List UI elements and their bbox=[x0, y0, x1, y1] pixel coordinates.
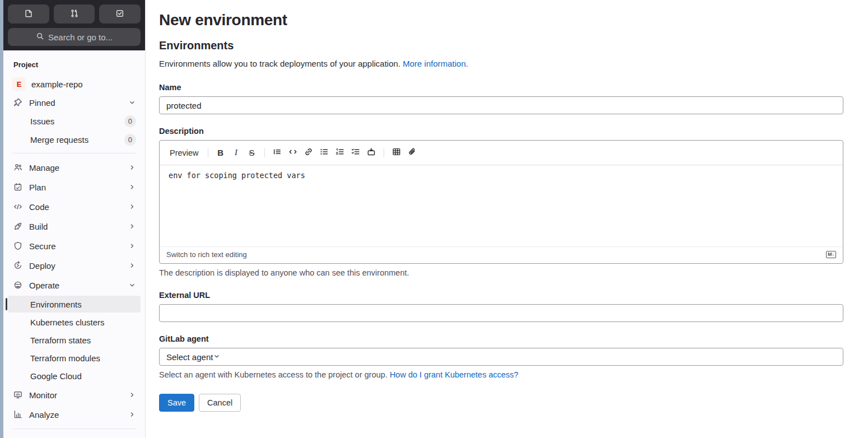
preview-button[interactable]: Preview bbox=[165, 146, 203, 160]
form-actions: Save Cancel bbox=[159, 394, 843, 412]
project-avatar: E bbox=[12, 77, 26, 91]
toolbar-divider bbox=[208, 148, 208, 157]
merge-requests-count-badge: 0 bbox=[124, 134, 136, 146]
sidebar-item-manage[interactable]: Manage bbox=[8, 158, 141, 177]
bold-button[interactable]: B bbox=[213, 146, 228, 160]
issues-icon bbox=[24, 9, 33, 20]
switch-rich-text-button[interactable]: Switch to rich text editing bbox=[166, 250, 247, 259]
sidebar-item-code[interactable]: Code bbox=[8, 197, 141, 216]
deploy-label: Deploy bbox=[29, 261, 128, 271]
calendar-icon bbox=[13, 183, 22, 192]
sidebar-item-operate[interactable]: Operate bbox=[8, 276, 141, 295]
code-label: Code bbox=[29, 202, 128, 212]
numbered-list-button[interactable] bbox=[333, 146, 347, 160]
description-textarea[interactable]: env for scoping protected vars bbox=[160, 165, 843, 246]
bullet-list-icon bbox=[320, 147, 329, 158]
sidebar-item-pinned[interactable]: Pinned bbox=[8, 94, 141, 111]
chevron-right-icon bbox=[128, 391, 136, 399]
task-list-button[interactable] bbox=[348, 146, 363, 160]
gitlab-agent-help-text: Select an agent with Kubernetes access t… bbox=[159, 370, 843, 379]
sidebar-item-project[interactable]: E example-repo bbox=[8, 75, 141, 93]
italic-button[interactable]: I bbox=[229, 146, 244, 160]
sidebar-item-plan[interactable]: Plan bbox=[8, 178, 141, 197]
sidebar-item-secure[interactable]: Secure bbox=[8, 236, 141, 255]
gitlab-agent-selected-value: Select agent bbox=[166, 352, 213, 362]
markdown-icon[interactable]: M↓ bbox=[826, 251, 836, 258]
chevron-down-icon bbox=[213, 352, 221, 362]
google-cloud-label: Google Cloud bbox=[30, 371, 136, 381]
more-information-link[interactable]: More information. bbox=[403, 59, 468, 68]
attach-file-button[interactable] bbox=[405, 146, 419, 160]
markdown-footer: Switch to rich text editing M↓ bbox=[160, 246, 843, 263]
sidebar-item-build[interactable]: Build bbox=[8, 217, 141, 236]
sidebar-item-environments[interactable]: Environments bbox=[8, 296, 141, 313]
issues-count-badge: 0 bbox=[124, 115, 136, 127]
sidebar-item-merge-requests[interactable]: Merge requests 0 bbox=[8, 131, 141, 148]
environments-label: Environments bbox=[30, 300, 136, 309]
shield-icon bbox=[13, 241, 22, 250]
sidebar-item-terraform-states[interactable]: Terraform states bbox=[8, 332, 141, 348]
chevron-right-icon bbox=[128, 242, 136, 250]
build-label: Build bbox=[29, 222, 128, 231]
chevron-down-icon bbox=[128, 99, 136, 106]
sidebar-item-monitor[interactable]: Monitor bbox=[8, 385, 141, 404]
project-name: example-repo bbox=[31, 80, 136, 89]
sidebar-header: Search or go to... bbox=[3, 0, 145, 50]
issues-label: Issues bbox=[30, 117, 124, 126]
name-input[interactable] bbox=[159, 96, 843, 114]
collapsible-section-button[interactable] bbox=[364, 146, 379, 160]
pin-icon bbox=[13, 98, 22, 107]
sidebar-item-deploy[interactable]: Deploy bbox=[8, 256, 141, 275]
strikethrough-icon: S bbox=[249, 148, 255, 157]
chevron-right-icon bbox=[128, 411, 136, 418]
code-icon bbox=[288, 147, 297, 158]
gitlab-agent-field-group: GitLab agent Select agent Select an agen… bbox=[159, 334, 843, 379]
table-icon bbox=[392, 147, 401, 158]
merge-requests-shortcut-button[interactable] bbox=[54, 4, 95, 24]
sidebar: Search or go to... Project E example-rep… bbox=[3, 0, 146, 438]
toolbar-divider bbox=[264, 148, 265, 157]
terraform-states-label: Terraform states bbox=[30, 336, 136, 345]
external-url-input[interactable] bbox=[159, 304, 843, 322]
search-label: Search or go to... bbox=[48, 32, 113, 42]
sidebar-item-terraform-modules[interactable]: Terraform modules bbox=[8, 350, 141, 366]
toolbar-divider bbox=[384, 148, 384, 157]
sidebar-item-analyze[interactable]: Analyze bbox=[8, 405, 141, 424]
chevron-right-icon bbox=[128, 262, 136, 269]
monitor-label: Monitor bbox=[29, 390, 128, 400]
sidebar-item-issues[interactable]: Issues 0 bbox=[8, 112, 141, 130]
numbered-list-icon bbox=[335, 147, 344, 158]
main-content: New environment Environments Environment… bbox=[146, 0, 868, 438]
cancel-button[interactable]: Cancel bbox=[199, 394, 241, 412]
issues-shortcut-button[interactable] bbox=[8, 4, 49, 24]
chevron-right-icon bbox=[128, 164, 136, 171]
bullet-list-button[interactable] bbox=[317, 146, 332, 160]
gitlab-agent-help-body: Select an agent with Kubernetes access t… bbox=[159, 370, 388, 379]
gitlab-agent-select[interactable]: Select agent bbox=[159, 348, 843, 366]
sidebar-divider bbox=[12, 153, 136, 153]
insert-code-button[interactable] bbox=[286, 146, 300, 160]
sidebar-divider bbox=[12, 428, 136, 429]
sidebar-item-google-cloud[interactable]: Google Cloud bbox=[8, 367, 141, 384]
chevron-right-icon bbox=[128, 222, 136, 230]
name-field-group: Name bbox=[159, 83, 843, 114]
sidebar-section-label: Project bbox=[3, 57, 145, 74]
strikethrough-button[interactable]: S bbox=[245, 146, 259, 160]
save-button[interactable]: Save bbox=[159, 394, 194, 412]
kubernetes-access-link[interactable]: How do I grant Kubernetes access? bbox=[390, 370, 519, 379]
users-icon bbox=[13, 163, 22, 172]
insert-link-button[interactable] bbox=[301, 146, 316, 160]
merge-requests-label: Merge requests bbox=[30, 135, 124, 145]
sidebar-item-kubernetes-clusters[interactable]: Kubernetes clusters bbox=[8, 314, 141, 330]
plan-label: Plan bbox=[29, 183, 128, 192]
search-input[interactable]: Search or go to... bbox=[8, 28, 141, 46]
intro-text: Environments allow you to track deployme… bbox=[159, 59, 843, 68]
analyze-icon bbox=[13, 410, 22, 419]
bold-icon: B bbox=[217, 148, 223, 157]
secure-label: Secure bbox=[29, 241, 128, 251]
quote-button[interactable] bbox=[270, 146, 284, 160]
name-label: Name bbox=[159, 83, 843, 92]
markdown-editor: Preview B I S env for scoping protected … bbox=[159, 140, 843, 264]
todo-list-shortcut-button[interactable] bbox=[99, 4, 141, 24]
insert-table-button[interactable] bbox=[389, 146, 404, 160]
